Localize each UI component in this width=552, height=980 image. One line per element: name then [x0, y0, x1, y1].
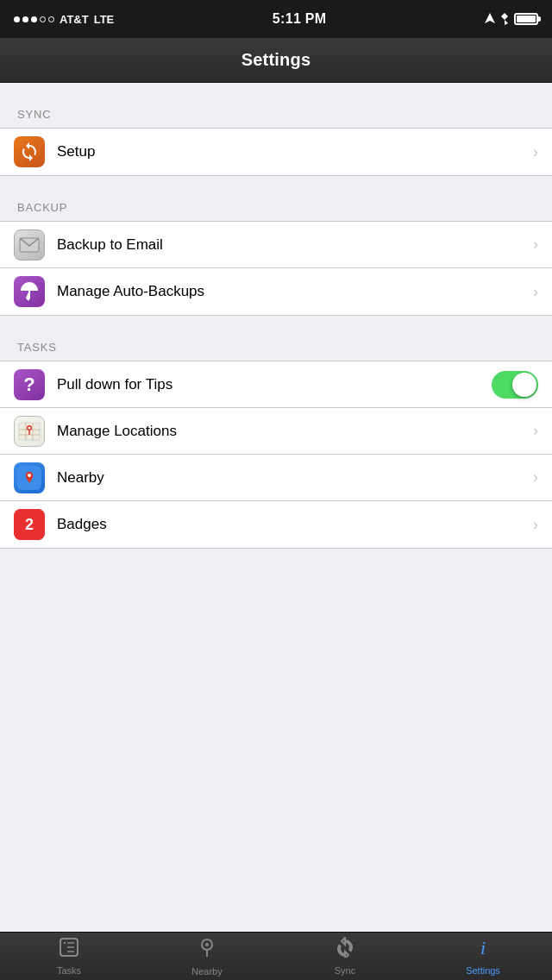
status-left: AT&T LTE — [14, 13, 114, 26]
manage-locations-label: Manage Locations — [57, 423, 533, 440]
tasks-tab-icon — [59, 937, 79, 963]
umbrella-icon-svg — [19, 281, 40, 302]
section-header-sync: SYNC — [0, 83, 552, 128]
svg-point-20 — [205, 943, 209, 946]
settings-tab-label: Settings — [466, 965, 500, 976]
tab-item-nearby[interactable]: Nearby — [138, 933, 276, 980]
list-group-backup: Backup to Email › Manage Auto-Backups › — [0, 221, 552, 316]
bottom-spacer — [0, 549, 552, 575]
nearby-icon — [14, 462, 45, 493]
list-item-nearby[interactable]: Nearby › — [0, 455, 552, 501]
list-item-auto-backups[interactable]: Manage Auto-Backups › — [0, 268, 552, 315]
auto-backups-chevron: › — [533, 283, 538, 301]
nearby-tab-label: Nearby — [191, 966, 222, 977]
nearby-label: Nearby — [57, 469, 533, 487]
svg-text:i: i — [480, 937, 486, 958]
map-icon-svg — [17, 419, 41, 443]
auto-backups-label: Manage Auto-Backups — [57, 283, 533, 300]
list-item-pull-tips[interactable]: ? Pull down for Tips — [0, 361, 552, 408]
signal-dot-5 — [48, 16, 54, 22]
tab-item-tasks[interactable]: Tasks — [0, 933, 138, 980]
carrier-label: AT&T — [60, 13, 89, 26]
list-item-manage-locations[interactable]: Manage Locations › — [0, 408, 552, 455]
nav-bar: Settings — [0, 38, 552, 83]
section-label-backup: BACKUP — [17, 201, 67, 214]
badge-icon: 2 — [14, 509, 45, 540]
nearby-chevron: › — [533, 468, 538, 487]
question-mark: ? — [23, 374, 34, 396]
list-item-setup[interactable]: Setup › — [0, 129, 552, 175]
network-label: LTE — [94, 13, 115, 26]
signal-dots — [14, 16, 54, 22]
svg-point-9 — [28, 426, 31, 429]
sync-icon-svg — [19, 141, 40, 162]
status-time: 5:11 PM — [273, 11, 327, 27]
location-icon — [485, 13, 495, 25]
status-right — [485, 13, 538, 25]
section-label-tasks: TASKS — [17, 341, 57, 354]
signal-dot-3 — [31, 16, 37, 22]
toggle-knob — [512, 373, 536, 397]
tab-item-settings[interactable]: i Settings — [414, 933, 552, 980]
backup-email-label: Backup to Email — [57, 236, 533, 254]
setup-chevron: › — [533, 143, 538, 161]
signal-dot-2 — [22, 16, 28, 22]
svg-marker-15 — [64, 942, 66, 944]
settings-tab-icon: i — [473, 937, 493, 963]
mail-icon-svg — [19, 237, 40, 253]
tab-bar: Tasks Nearby Sync i Settings — [0, 932, 552, 980]
section-label-sync: SYNC — [17, 108, 51, 121]
nearby-icon-svg — [17, 466, 41, 490]
main-content: SYNC Setup › BACKUP Backup to Email › — [0, 83, 552, 932]
svg-point-13 — [28, 474, 31, 477]
sync-tab-label: Sync — [335, 965, 355, 976]
mail-icon — [14, 229, 45, 261]
backup-email-chevron: › — [533, 236, 538, 254]
signal-dot-1 — [14, 16, 20, 22]
tab-item-sync[interactable]: Sync — [276, 933, 414, 980]
manage-locations-chevron: › — [533, 422, 538, 440]
list-item-backup-email[interactable]: Backup to Email › — [0, 222, 552, 268]
question-icon: ? — [14, 369, 45, 400]
setup-label: Setup — [57, 143, 533, 160]
nearby-tab-icon — [198, 936, 216, 964]
map-icon — [14, 416, 45, 447]
setup-icon — [14, 136, 45, 167]
list-group-tasks: ? Pull down for Tips — [0, 361, 552, 549]
status-bar: AT&T LTE 5:11 PM — [0, 0, 552, 38]
battery-icon — [514, 13, 538, 25]
battery-fill — [517, 16, 536, 22]
badges-label: Badges — [57, 516, 533, 533]
list-group-sync: Setup › — [0, 128, 552, 176]
tasks-tab-label: Tasks — [57, 965, 81, 976]
page-title: Settings — [242, 50, 311, 70]
section-header-tasks: TASKS — [0, 316, 552, 361]
pull-tips-toggle[interactable] — [492, 371, 538, 399]
bluetooth-icon — [500, 13, 509, 25]
sync-tab-icon — [335, 937, 355, 963]
section-header-backup: BACKUP — [0, 176, 552, 221]
badges-chevron: › — [533, 516, 538, 534]
list-item-badges[interactable]: 2 Badges › — [0, 501, 552, 548]
signal-dot-4 — [40, 16, 46, 22]
pull-tips-label: Pull down for Tips — [57, 376, 492, 393]
badge-number: 2 — [14, 509, 45, 540]
umbrella-icon — [14, 276, 45, 307]
